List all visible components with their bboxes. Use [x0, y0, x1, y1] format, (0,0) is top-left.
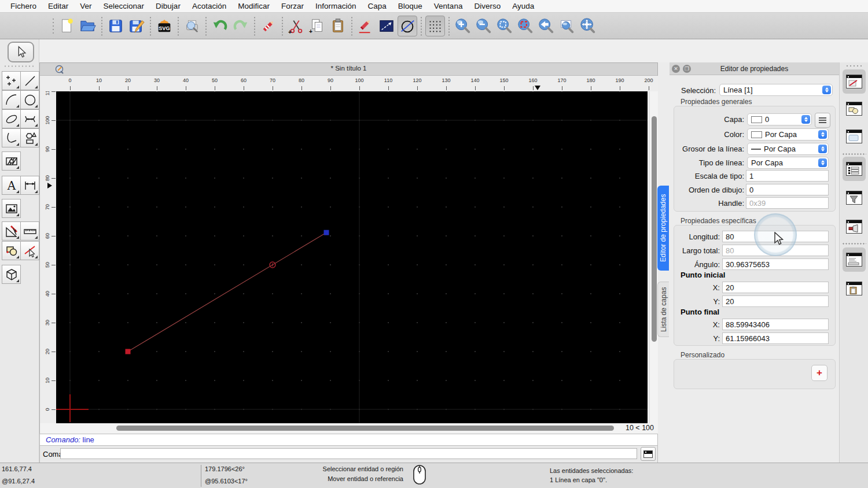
v-ruler-tick [52, 91, 56, 92]
new-file-icon[interactable] [57, 16, 77, 36]
capa-select[interactable]: 0 [747, 113, 812, 125]
menu-diverso[interactable]: Diverso [468, 0, 506, 13]
command-window-toggle-button[interactable] [641, 447, 656, 461]
vertical-scrollbar[interactable] [649, 91, 658, 423]
redo-icon[interactable] [231, 16, 251, 36]
measure-tool[interactable] [20, 221, 39, 241]
command-input[interactable] [60, 448, 637, 459]
torch-panel-icon[interactable] [843, 215, 866, 239]
zoom-auto-icon[interactable] [495, 16, 514, 36]
toolbar-separator [282, 16, 283, 36]
menu-informacion[interactable]: Información [310, 0, 362, 13]
svg-text:+: + [288, 29, 292, 35]
zoom-selection-icon[interactable] [516, 16, 535, 36]
grosor-select[interactable]: Por Capa [747, 143, 829, 155]
zoom-window-icon[interactable] [557, 16, 577, 36]
clipboard-panel-icon[interactable] [843, 276, 866, 301]
commands-panel-icon[interactable] [843, 247, 866, 272]
empty-panel-icon[interactable] [843, 124, 866, 149]
spline-tool[interactable] [20, 109, 39, 128]
arc-tool[interactable] [2, 90, 21, 109]
shapes-panel-icon[interactable] [843, 97, 866, 121]
cut-icon[interactable]: + [286, 16, 306, 36]
add-custom-property-button[interactable]: + [811, 365, 827, 381]
filter-panel-icon[interactable] [843, 186, 866, 210]
shapes-tool[interactable] [20, 128, 39, 147]
largo-total-label: Largo total: [671, 246, 720, 255]
modify-tool[interactable] [2, 221, 21, 241]
end-y-field[interactable]: 61.15966043 [722, 332, 829, 344]
list-panel-icon[interactable] [843, 157, 866, 181]
tipo-select[interactable]: Por Capa [747, 157, 829, 169]
escala-field[interactable]: 1 [746, 170, 829, 182]
selection-select[interactable]: Línea [1] [719, 84, 833, 96]
image-tool[interactable] [2, 199, 21, 218]
grid-toggle-icon[interactable] [425, 16, 445, 36]
angulo-field[interactable]: 30.96375653 [722, 258, 829, 270]
text-tool[interactable]: A [2, 176, 21, 195]
tab-layer-list[interactable]: Lista de capas [657, 282, 669, 337]
menu-forzar[interactable]: Forzar [275, 0, 310, 13]
svg-text:+: + [309, 28, 312, 35]
save-icon[interactable] [106, 16, 126, 36]
menu-seleccionar[interactable]: Seleccionar [98, 0, 150, 13]
line-tool-icon[interactable] [377, 16, 396, 36]
zoom-out-icon[interactable] [474, 16, 494, 36]
end-x-field[interactable]: 88.59943406 [722, 319, 829, 330]
status-bar: 161.6,77.4 @91.6,27.4 179.1796<26° @95.6… [0, 463, 868, 488]
menu-ver[interactable]: Ver [74, 0, 97, 13]
start-y-field[interactable]: 20 [722, 295, 829, 307]
hatch-tool[interactable] [2, 151, 21, 171]
polyline-tool[interactable] [2, 128, 21, 147]
menu-dibujar[interactable]: Dibujar [150, 0, 186, 13]
zoom-previous-icon[interactable] [536, 16, 556, 36]
drawing-titlebar[interactable]: * Sin título 1 [40, 63, 657, 76]
ellipse-tool[interactable] [2, 109, 21, 128]
solid-tool[interactable] [2, 265, 21, 284]
menu-bloque[interactable]: Bloque [392, 0, 428, 13]
tab-property-editor[interactable]: Editor de propiedades [657, 186, 669, 271]
order-tool[interactable] [2, 241, 21, 260]
dock-drag-handle[interactable] [845, 65, 863, 67]
dimension-tool[interactable] [20, 176, 39, 195]
menu-modificar[interactable]: Modificar [232, 0, 275, 13]
menu-ventana[interactable]: Ventana [428, 0, 469, 13]
start-x-field[interactable]: 20 [722, 282, 829, 293]
pen-panel-icon[interactable] [843, 69, 866, 94]
orden-field[interactable]: 0 [746, 184, 829, 195]
copy-icon[interactable]: + [307, 16, 327, 36]
delete-entity-tool[interactable] [20, 241, 39, 260]
menu-ayuda[interactable]: Ayuda [506, 0, 540, 13]
vertical-scrollbar-thumb[interactable] [652, 116, 657, 342]
paste-icon[interactable] [328, 16, 348, 36]
toolbar-separator [351, 16, 352, 36]
menu-acotacion[interactable]: Acotación [186, 0, 232, 13]
svg-export-icon[interactable]: SVG [155, 16, 174, 36]
print-preview-icon[interactable] [182, 16, 202, 36]
drawing-canvas[interactable] [56, 91, 648, 423]
circle-tool[interactable] [20, 90, 39, 109]
points-tool[interactable] [2, 71, 21, 90]
color-select[interactable]: Por Capa [747, 128, 829, 141]
horizontal-scrollbar-thumb[interactable] [116, 426, 614, 431]
zoom-pan-icon[interactable] [578, 16, 598, 36]
line-start-marker [126, 349, 131, 354]
line-tool[interactable] [20, 71, 39, 90]
save-as-icon[interactable] [127, 16, 146, 36]
restrict-orthogonal-icon[interactable] [398, 16, 417, 36]
selection-tool-button[interactable] [8, 42, 34, 62]
color-label: Color: [672, 130, 744, 139]
undo-icon[interactable] [210, 16, 230, 36]
delete-eraser-icon[interactable] [259, 16, 278, 36]
open-file-icon[interactable] [78, 16, 98, 36]
toolbar-drag-handle[interactable] [52, 17, 54, 35]
horizontal-scrollbar[interactable]: 10 < 100 [40, 423, 659, 434]
zoom-in-icon[interactable] [453, 16, 473, 36]
menu-editar[interactable]: Editar [42, 0, 74, 13]
h-ruler-tick [244, 86, 244, 90]
menu-fichero[interactable]: Fichero [5, 0, 42, 13]
h-ruler-tick [620, 86, 620, 90]
draw-pen-icon[interactable] [356, 16, 376, 36]
layer-options-button[interactable] [815, 113, 830, 128]
menu-capa[interactable]: Capa [362, 0, 392, 13]
